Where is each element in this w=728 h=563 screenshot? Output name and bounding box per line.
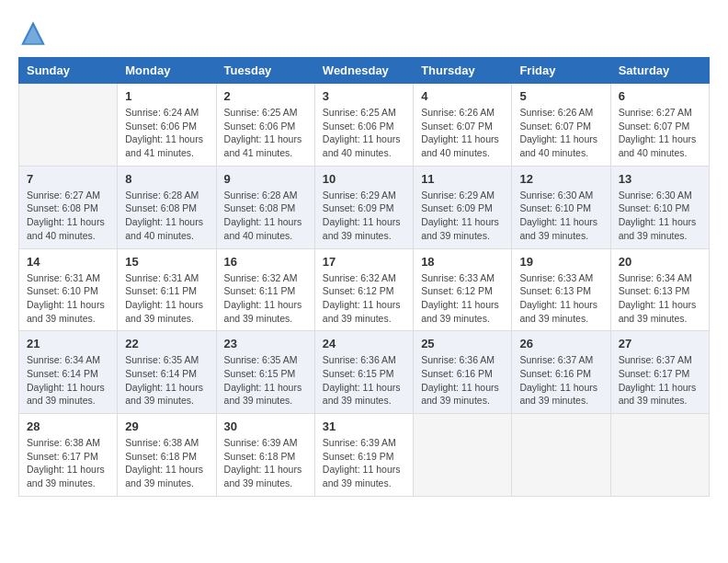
day-info: Sunrise: 6:33 AM Sunset: 6:12 PM Dayligh… — [421, 271, 504, 326]
calendar-cell: 4Sunrise: 6:26 AM Sunset: 6:07 PM Daylig… — [414, 84, 512, 167]
day-number: 27 — [619, 337, 701, 350]
day-info: Sunrise: 6:30 AM Sunset: 6:10 PM Dayligh… — [619, 189, 701, 243]
calendar-body: 1Sunrise: 6:24 AM Sunset: 6:06 PM Daylig… — [19, 84, 710, 497]
day-number: 10 — [323, 172, 405, 186]
day-header-friday: Friday — [512, 58, 610, 84]
day-number: 24 — [323, 337, 405, 350]
day-info: Sunrise: 6:28 AM Sunset: 6:08 PM Dayligh… — [125, 189, 208, 243]
calendar-cell: 19Sunrise: 6:33 AM Sunset: 6:13 PM Dayli… — [512, 248, 610, 331]
day-info: Sunrise: 6:29 AM Sunset: 6:09 PM Dayligh… — [421, 189, 504, 243]
day-number: 26 — [519, 337, 602, 350]
calendar-cell: 11Sunrise: 6:29 AM Sunset: 6:09 PM Dayli… — [414, 166, 512, 248]
day-number: 21 — [27, 337, 109, 350]
calendar-cell: 7Sunrise: 6:27 AM Sunset: 6:08 PM Daylig… — [19, 166, 118, 248]
day-number: 17 — [323, 255, 405, 269]
day-info: Sunrise: 6:34 AM Sunset: 6:13 PM Dayligh… — [619, 271, 701, 326]
calendar-cell — [512, 414, 610, 497]
day-number: 7 — [27, 172, 109, 186]
day-header-saturday: Saturday — [610, 58, 709, 84]
day-info: Sunrise: 6:36 AM Sunset: 6:16 PM Dayligh… — [421, 353, 504, 408]
day-header-monday: Monday — [118, 58, 216, 84]
day-info: Sunrise: 6:35 AM Sunset: 6:15 PM Dayligh… — [224, 353, 307, 408]
calendar-cell: 29Sunrise: 6:38 AM Sunset: 6:18 PM Dayli… — [118, 414, 216, 497]
calendar-cell — [19, 84, 118, 167]
calendar-week-3: 14Sunrise: 6:31 AM Sunset: 6:10 PM Dayli… — [19, 248, 710, 331]
day-number: 1 — [125, 89, 208, 103]
day-info: Sunrise: 6:26 AM Sunset: 6:07 PM Dayligh… — [519, 106, 602, 160]
day-number: 30 — [224, 419, 307, 433]
day-number: 29 — [125, 419, 208, 433]
day-info: Sunrise: 6:36 AM Sunset: 6:15 PM Dayligh… — [323, 353, 405, 408]
calendar-cell: 8Sunrise: 6:28 AM Sunset: 6:08 PM Daylig… — [118, 166, 216, 248]
calendar-table: SundayMondayTuesdayWednesdayThursdayFrid… — [18, 57, 710, 497]
day-number: 5 — [519, 89, 602, 103]
day-info: Sunrise: 6:37 AM Sunset: 6:17 PM Dayligh… — [619, 353, 701, 408]
calendar-week-2: 7Sunrise: 6:27 AM Sunset: 6:08 PM Daylig… — [19, 166, 710, 248]
day-info: Sunrise: 6:27 AM Sunset: 6:08 PM Dayligh… — [27, 189, 109, 243]
day-number: 23 — [224, 337, 307, 350]
day-info: Sunrise: 6:38 AM Sunset: 6:17 PM Dayligh… — [27, 436, 109, 490]
calendar-cell: 6Sunrise: 6:27 AM Sunset: 6:07 PM Daylig… — [610, 84, 709, 167]
day-number: 28 — [27, 419, 109, 433]
calendar-week-4: 21Sunrise: 6:34 AM Sunset: 6:14 PM Dayli… — [19, 331, 710, 414]
day-info: Sunrise: 6:32 AM Sunset: 6:11 PM Dayligh… — [224, 271, 307, 326]
calendar-cell: 18Sunrise: 6:33 AM Sunset: 6:12 PM Dayli… — [414, 248, 512, 331]
day-number: 6 — [619, 89, 701, 103]
day-number: 8 — [125, 172, 208, 186]
logo — [18, 18, 51, 48]
calendar-cell: 31Sunrise: 6:39 AM Sunset: 6:19 PM Dayli… — [314, 414, 413, 497]
calendar-week-5: 28Sunrise: 6:38 AM Sunset: 6:17 PM Dayli… — [19, 414, 710, 497]
day-info: Sunrise: 6:25 AM Sunset: 6:06 PM Dayligh… — [224, 106, 307, 160]
day-info: Sunrise: 6:25 AM Sunset: 6:06 PM Dayligh… — [323, 106, 405, 160]
calendar-cell: 5Sunrise: 6:26 AM Sunset: 6:07 PM Daylig… — [512, 84, 610, 167]
day-number: 11 — [421, 172, 504, 186]
day-info: Sunrise: 6:28 AM Sunset: 6:08 PM Dayligh… — [224, 189, 307, 243]
day-info: Sunrise: 6:35 AM Sunset: 6:14 PM Dayligh… — [125, 353, 208, 408]
day-info: Sunrise: 6:31 AM Sunset: 6:11 PM Dayligh… — [125, 271, 208, 326]
day-number: 13 — [619, 172, 701, 186]
day-info: Sunrise: 6:33 AM Sunset: 6:13 PM Dayligh… — [519, 271, 602, 326]
calendar-header: SundayMondayTuesdayWednesdayThursdayFrid… — [19, 58, 710, 84]
calendar-cell: 13Sunrise: 6:30 AM Sunset: 6:10 PM Dayli… — [610, 166, 709, 248]
calendar-cell: 22Sunrise: 6:35 AM Sunset: 6:14 PM Dayli… — [118, 331, 216, 414]
day-number: 25 — [421, 337, 504, 350]
calendar-cell: 17Sunrise: 6:32 AM Sunset: 6:12 PM Dayli… — [314, 248, 413, 331]
calendar-cell: 23Sunrise: 6:35 AM Sunset: 6:15 PM Dayli… — [216, 331, 314, 414]
day-number: 2 — [224, 89, 307, 103]
calendar-cell — [414, 414, 512, 497]
calendar-cell: 21Sunrise: 6:34 AM Sunset: 6:14 PM Dayli… — [19, 331, 118, 414]
day-info: Sunrise: 6:38 AM Sunset: 6:18 PM Dayligh… — [125, 436, 208, 490]
day-number: 3 — [323, 89, 405, 103]
day-number: 31 — [323, 419, 405, 433]
calendar-cell — [610, 414, 709, 497]
day-number: 4 — [421, 89, 504, 103]
calendar-cell: 25Sunrise: 6:36 AM Sunset: 6:16 PM Dayli… — [414, 331, 512, 414]
day-info: Sunrise: 6:29 AM Sunset: 6:09 PM Dayligh… — [323, 189, 405, 243]
day-info: Sunrise: 6:39 AM Sunset: 6:18 PM Dayligh… — [224, 436, 307, 490]
day-info: Sunrise: 6:34 AM Sunset: 6:14 PM Dayligh… — [27, 353, 109, 408]
day-number: 15 — [125, 255, 208, 269]
calendar-cell: 30Sunrise: 6:39 AM Sunset: 6:18 PM Dayli… — [216, 414, 314, 497]
calendar-cell: 27Sunrise: 6:37 AM Sunset: 6:17 PM Dayli… — [610, 331, 709, 414]
day-number: 12 — [519, 172, 602, 186]
day-header-tuesday: Tuesday — [216, 58, 314, 84]
day-header-wednesday: Wednesday — [314, 58, 413, 84]
day-number: 19 — [519, 255, 602, 269]
calendar-cell: 10Sunrise: 6:29 AM Sunset: 6:09 PM Dayli… — [314, 166, 413, 248]
day-info: Sunrise: 6:39 AM Sunset: 6:19 PM Dayligh… — [323, 436, 405, 490]
day-number: 18 — [421, 255, 504, 269]
calendar-cell: 3Sunrise: 6:25 AM Sunset: 6:06 PM Daylig… — [314, 84, 413, 167]
calendar-cell: 1Sunrise: 6:24 AM Sunset: 6:06 PM Daylig… — [118, 84, 216, 167]
day-header-thursday: Thursday — [414, 58, 512, 84]
day-number: 16 — [224, 255, 307, 269]
calendar-cell: 15Sunrise: 6:31 AM Sunset: 6:11 PM Dayli… — [118, 248, 216, 331]
calendar-cell: 26Sunrise: 6:37 AM Sunset: 6:16 PM Dayli… — [512, 331, 610, 414]
calendar-week-1: 1Sunrise: 6:24 AM Sunset: 6:06 PM Daylig… — [19, 84, 710, 167]
calendar-cell: 28Sunrise: 6:38 AM Sunset: 6:17 PM Dayli… — [19, 414, 118, 497]
day-info: Sunrise: 6:37 AM Sunset: 6:16 PM Dayligh… — [519, 353, 602, 408]
day-info: Sunrise: 6:27 AM Sunset: 6:07 PM Dayligh… — [619, 106, 701, 160]
day-number: 22 — [125, 337, 208, 350]
day-number: 9 — [224, 172, 307, 186]
calendar-cell: 2Sunrise: 6:25 AM Sunset: 6:06 PM Daylig… — [216, 84, 314, 167]
calendar-cell: 9Sunrise: 6:28 AM Sunset: 6:08 PM Daylig… — [216, 166, 314, 248]
